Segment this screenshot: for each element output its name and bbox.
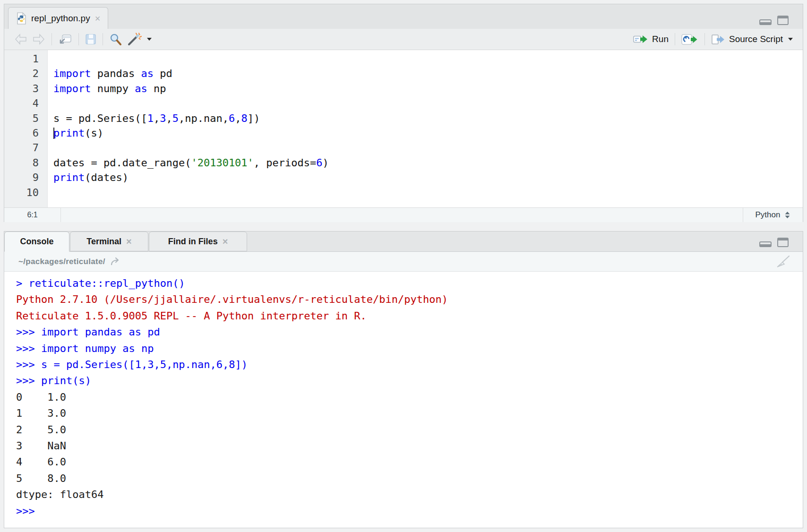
line-number: 2: [4, 66, 39, 81]
maximize-icon[interactable]: [777, 16, 789, 25]
clear-console-broom-icon[interactable]: [774, 255, 790, 269]
console-line: Reticulate 1.5.0.9005 REPL -- A Python i…: [16, 308, 803, 324]
console-line: >>> import pandas as pd: [16, 324, 803, 340]
tab-repl-python[interactable]: repl_python.py ×: [8, 7, 108, 29]
forward-button[interactable]: [30, 32, 48, 46]
source-editor-pane: repl_python.py ×: [4, 4, 803, 222]
console-line: >>> print(s): [16, 373, 803, 389]
code-line[interactable]: [53, 96, 803, 111]
popout-button[interactable]: [56, 32, 75, 46]
line-number: 9: [4, 170, 39, 185]
tab-label: Terminal: [86, 237, 121, 247]
close-icon[interactable]: ×: [223, 237, 228, 246]
editor-gutter: 12345678910: [4, 50, 48, 207]
run-icon: [633, 34, 649, 44]
dropdown-caret-icon: [147, 38, 152, 41]
source-script-button[interactable]: Source Script: [709, 33, 795, 46]
save-button[interactable]: [83, 33, 99, 46]
line-number: 7: [4, 140, 39, 155]
minimize-icon[interactable]: [759, 19, 772, 25]
tab-label: Console: [20, 237, 53, 247]
code-line[interactable]: print(s): [53, 126, 803, 140]
console-line: 4 6.0: [16, 454, 803, 470]
show-in-new-window-icon: [58, 33, 72, 45]
working-directory: ~/packages/reticulate/: [18, 257, 105, 266]
minimize-icon[interactable]: [759, 241, 772, 247]
console-line: > reticulate::repl_python(): [16, 275, 803, 292]
python-file-icon: [16, 12, 26, 25]
console-line: Python 2.7.10 (/Users/jjallaire/.virtual…: [16, 292, 803, 308]
forward-arrow-icon: [32, 33, 45, 45]
magic-wand-icon: [127, 33, 142, 46]
line-number: 5: [4, 111, 39, 126]
run-button[interactable]: Run: [631, 33, 671, 45]
tab-console[interactable]: Console: [4, 232, 69, 252]
tab-label: Find in Files: [168, 237, 218, 247]
console-line: 3 NaN: [16, 438, 803, 454]
language-selector[interactable]: Python: [743, 208, 803, 222]
rerun-icon: [681, 34, 698, 45]
line-number: 4: [4, 96, 39, 111]
back-button[interactable]: [12, 32, 30, 46]
console-line: >>> import numpy as np: [16, 341, 803, 357]
code-line[interactable]: [53, 51, 803, 66]
tab-find-in-files[interactable]: Find in Files ×: [149, 232, 247, 251]
code-line[interactable]: [53, 140, 803, 155]
updown-caret-icon: [784, 211, 790, 219]
code-line[interactable]: import numpy as np: [53, 81, 803, 96]
code-tools-button[interactable]: [124, 32, 154, 47]
code-line[interactable]: [53, 185, 803, 200]
editor-body: 12345678910 import pandas as pdimport nu…: [4, 50, 803, 207]
working-directory-row: ~/packages/reticulate/: [4, 252, 803, 272]
line-number: 8: [4, 155, 39, 170]
search-icon: [109, 33, 122, 46]
editor-toolbar: Run Source Script: [4, 29, 803, 50]
editor-status-bar: 6:1 Python: [4, 207, 803, 222]
source-script-icon: [711, 34, 726, 45]
rstudio-window: repl_python.py ×: [0, 0, 807, 532]
line-number: 6: [4, 126, 39, 140]
tab-title: repl_python.py: [31, 13, 90, 24]
line-number: 1: [4, 51, 39, 66]
tab-terminal[interactable]: Terminal ×: [70, 232, 148, 251]
console-line: 1 3.0: [16, 405, 803, 421]
console-line: 0 1.0: [16, 389, 803, 405]
editor-tab-strip: repl_python.py ×: [4, 4, 803, 29]
console-output[interactable]: > reticulate::repl_python()Python 2.7.10…: [4, 272, 803, 528]
code-line[interactable]: print(dates): [53, 170, 803, 185]
dropdown-caret-icon: [788, 38, 793, 41]
maximize-icon[interactable]: [777, 238, 789, 247]
source-script-label: Source Script: [729, 34, 783, 44]
goto-directory-icon[interactable]: [110, 257, 122, 266]
find-button[interactable]: [107, 32, 124, 47]
back-arrow-icon: [14, 33, 27, 45]
code-line[interactable]: s = pd.Series([1,3,5,np.nan,6,8]): [53, 111, 803, 126]
line-number: 3: [4, 81, 39, 96]
editor-code[interactable]: import pandas as pdimport numpy as nps =…: [48, 50, 803, 207]
rerun-button[interactable]: [679, 33, 701, 46]
console-pane: Console Terminal × Find in Files ×: [4, 231, 803, 528]
close-icon[interactable]: ×: [126, 237, 132, 246]
language-label: Python: [755, 210, 781, 220]
console-line: 2 5.0: [16, 422, 803, 438]
line-number: 10: [4, 185, 39, 200]
code-line[interactable]: import pandas as pd: [53, 66, 803, 81]
close-icon[interactable]: ×: [95, 14, 101, 23]
console-tab-strip: Console Terminal × Find in Files ×: [4, 232, 803, 252]
code-line[interactable]: dates = pd.date_range('20130101', period…: [53, 155, 803, 170]
run-label: Run: [652, 34, 669, 44]
console-line: >>>: [16, 503, 803, 519]
console-line: dtype: float64: [16, 487, 803, 503]
save-icon: [85, 34, 96, 45]
console-line: >>> s = pd.Series([1,3,5,np.nan,6,8]): [16, 357, 803, 373]
cursor-position[interactable]: 6:1: [4, 208, 61, 222]
console-line: 5 8.0: [16, 471, 803, 487]
